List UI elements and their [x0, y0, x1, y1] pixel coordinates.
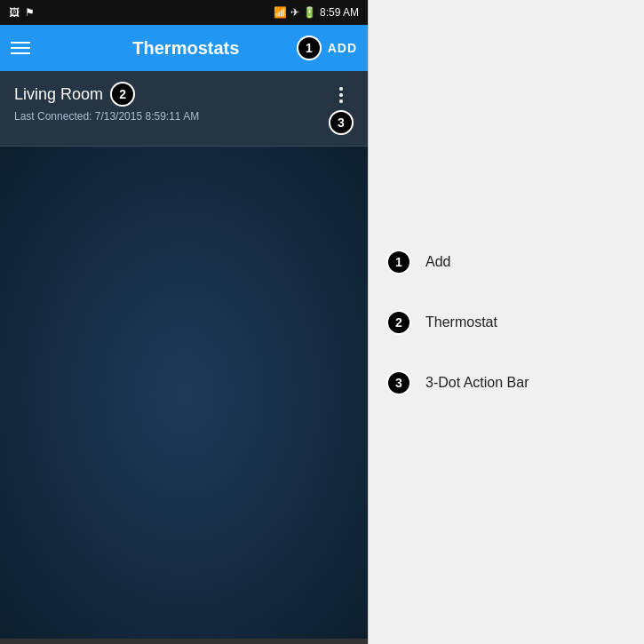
add-button[interactable]: ADD — [328, 41, 357, 55]
annotation-label-1: Add — [425, 254, 450, 270]
thermostat-badge: 2 — [110, 82, 135, 107]
annotation-item-2: 2 Thermostat — [386, 310, 626, 335]
three-dot-badge: 3 — [329, 110, 354, 135]
annotation-badge-2: 2 — [386, 310, 411, 335]
airplane-icon: ✈ — [290, 6, 299, 19]
time-display: 8:59 AM — [320, 6, 359, 19]
phone-container: 🖼 ⚑ 📶 ✈ 🔋 8:59 AM Thermostats 1 ADD Livi… — [0, 0, 369, 644]
status-left-icons: 🖼 ⚑ — [9, 6, 35, 19]
app-bar: Thermostats 1 ADD — [0, 25, 368, 71]
battery-icon: 🔋 — [303, 6, 316, 19]
annotation-badge-3: 3 — [386, 370, 411, 395]
thermostat-last-connected: Last Connected: 7/13/2015 8:59:11 AM — [14, 110, 329, 123]
annotation-label-2: Thermostat — [425, 314, 497, 330]
status-bar: 🖼 ⚑ 📶 ✈ 🔋 8:59 AM — [0, 0, 368, 25]
hamburger-menu-icon[interactable] — [11, 42, 30, 54]
thermostat-name-row: Living Room 2 — [14, 82, 329, 107]
app-title: Thermostats — [44, 38, 328, 59]
add-badge: 1 — [297, 36, 322, 60]
main-content-area — [0, 147, 368, 639]
annotation-label-3: 3-Dot Action Bar — [425, 375, 529, 391]
annotation-badge-1: 1 — [386, 250, 411, 274]
three-dot-action-area: 3 — [329, 82, 354, 135]
status-right-icons: 📶 ✈ 🔋 8:59 AM — [274, 6, 359, 19]
annotation-item-3: 3 3-Dot Action Bar — [386, 370, 626, 395]
notification-icon: ⚑ — [25, 6, 35, 19]
thermostat-info: Living Room 2 Last Connected: 7/13/2015 … — [14, 82, 329, 123]
three-dot-menu-icon[interactable] — [339, 82, 343, 103]
wifi-icon: 📶 — [274, 6, 287, 19]
bottom-bar — [0, 639, 368, 644]
image-icon: 🖼 — [9, 6, 20, 19]
annotation-item-1: 1 Add — [386, 250, 626, 274]
annotation-panel: 1 Add 2 Thermostat 3 3-Dot Action Bar — [369, 0, 644, 644]
thermostat-name: Living Room — [14, 85, 103, 104]
thermostat-list-item[interactable]: Living Room 2 Last Connected: 7/13/2015 … — [0, 71, 368, 147]
